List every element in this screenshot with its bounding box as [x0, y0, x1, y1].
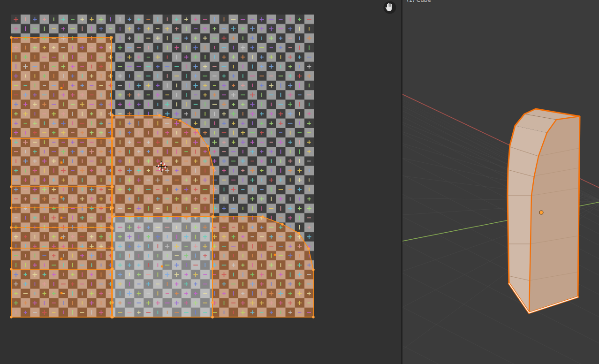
- pan-hand-button[interactable]: [383, 0, 397, 15]
- viewport-3d-canvas[interactable]: [402, 0, 599, 364]
- uv-editor-canvas[interactable]: [0, 0, 401, 364]
- active-object-label: (1) Cube: [407, 0, 431, 3]
- blender-uv-editing-workspace: (1) Cube: [0, 0, 599, 364]
- uv-editor-pane: [0, 0, 401, 364]
- viewport-3d-pane: (1) Cube: [402, 0, 599, 364]
